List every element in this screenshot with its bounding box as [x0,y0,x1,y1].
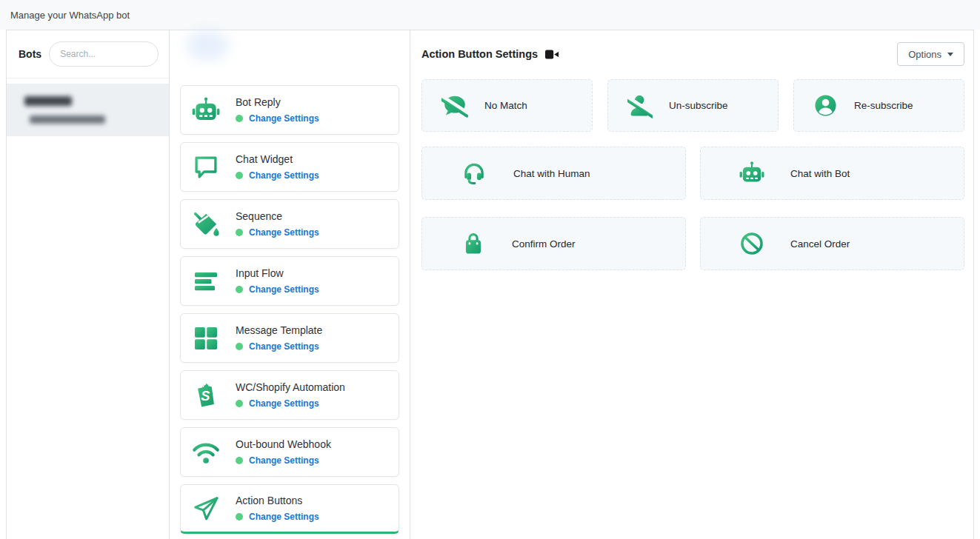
features-column: Bot Reply Change Settings Chat Widget Ch… [170,30,410,539]
action-card-chat-with-human[interactable]: Chat with Human [421,147,686,200]
change-settings-link[interactable]: Change Settings [249,284,319,295]
shopping-bag-icon [461,231,486,256]
change-settings-link[interactable]: Change Settings [249,398,319,409]
sidebar-header: Bots [7,30,169,78]
wifi-icon [191,438,221,467]
feature-title: Input Flow [236,267,319,279]
change-settings-link[interactable]: Change Settings [249,341,319,352]
actions-row-1: No Match Un-subscribe [421,79,964,132]
robot-icon [739,161,764,186]
status-dot [236,229,243,236]
action-card-confirm-order[interactable]: Confirm Order [421,217,686,270]
feature-title: Bot Reply [236,96,319,108]
grid-squares-icon [191,324,221,353]
redacted-bot-name [24,96,72,106]
action-label: Un-subscribe [669,100,728,111]
feature-title: WC/Shopify Automation [236,381,345,393]
video-camera-icon[interactable] [545,50,559,59]
status-dot [236,457,243,464]
change-settings-link[interactable]: Change Settings [249,113,319,124]
search-input[interactable] [49,41,159,67]
feature-card-action-buttons[interactable]: Action Buttons Change Settings [180,484,399,534]
panel-title: Action Button Settings [421,48,538,60]
paper-plane-icon [191,494,221,523]
status-dot [236,172,243,179]
panel-header: Action Button Settings Options [421,42,964,66]
feature-title: Chat Widget [236,153,319,165]
page-title: Manage your WhatsApp bot [10,10,130,21]
bots-sidebar: Bots [7,30,170,539]
comment-slash-icon [441,93,468,118]
user-circle-icon [813,93,838,118]
status-dot [236,513,243,520]
shopify-bag-icon: S [191,381,221,410]
change-settings-link[interactable]: Change Settings [249,227,319,238]
feature-card-sequence[interactable]: Sequence Change Settings [180,199,399,249]
action-label: No Match [484,100,527,111]
actions-row-3: Confirm Order Cancel Order [421,217,964,270]
action-card-resubscribe[interactable]: Re-subscribe [793,79,964,132]
feature-card-bot-reply[interactable]: Bot Reply Change Settings [180,85,399,135]
top-header-bar: Manage your WhatsApp bot [0,0,980,30]
action-label: Confirm Order [512,238,576,250]
action-card-no-match[interactable]: No Match [421,79,593,132]
svg-text:S: S [201,388,210,403]
list-bars-icon [191,267,221,296]
blurred-avatar-blob [187,30,229,60]
status-dot [236,343,243,350]
feature-card-input-flow[interactable]: Input Flow Change Settings [180,256,399,306]
redacted-bot-phone [30,116,105,124]
action-label: Chat with Bot [790,168,850,179]
feature-card-outbound-webhook[interactable]: Out-bound Webhook Change Settings [180,427,399,477]
action-label: Cancel Order [790,238,850,250]
feature-title: Action Buttons [236,495,319,506]
options-button[interactable]: Options [897,42,964,66]
options-button-label: Options [908,49,941,60]
change-settings-link[interactable]: Change Settings [249,455,319,466]
feature-title: Out-bound Webhook [236,438,331,450]
bot-list-item-selected[interactable] [7,84,169,136]
main-panel: Bots [6,30,974,539]
feature-title: Sequence [236,210,319,222]
user-slash-icon [627,93,653,118]
headset-icon [461,160,487,187]
action-card-unsubscribe[interactable]: Un-subscribe [607,79,779,132]
action-label: Re-subscribe [854,100,913,111]
action-card-cancel-order[interactable]: Cancel Order [700,217,964,270]
action-card-chat-with-bot[interactable]: Chat with Bot [700,147,964,200]
robot-icon [191,96,221,125]
action-label: Chat with Human [513,168,590,179]
ban-icon [739,231,764,256]
status-dot [236,115,243,122]
caret-down-icon [947,53,953,56]
feature-card-message-template[interactable]: Message Template Change Settings [180,313,399,363]
status-dot [236,400,243,407]
chat-bubble-icon [191,153,221,182]
actions-row-2: Chat with Human [421,147,964,200]
bots-label: Bots [19,48,41,60]
feature-card-shopify-automation[interactable]: S WC/Shopify Automation Change Settings [180,370,399,420]
feature-title: Message Template [236,324,322,336]
action-button-settings-panel: Action Button Settings Options [410,30,973,539]
fill-drip-icon [191,210,221,239]
change-settings-link[interactable]: Change Settings [249,170,319,181]
status-dot [236,286,243,293]
change-settings-link[interactable]: Change Settings [249,512,319,522]
feature-card-chat-widget[interactable]: Chat Widget Change Settings [180,142,399,192]
